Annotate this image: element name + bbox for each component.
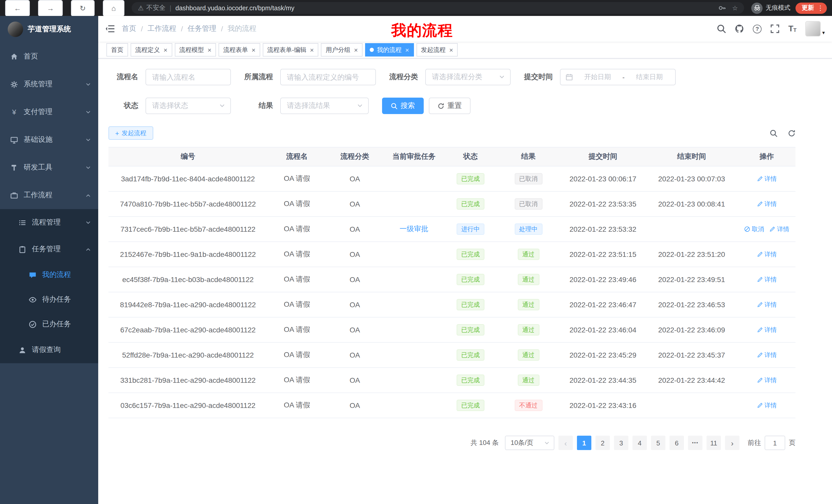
sidebar-item-infra[interactable]: 基础设施 [0,126,98,153]
prev-page-button[interactable]: ‹ [558,436,573,450]
tab-start-process[interactable]: 发起流程× [416,43,458,57]
browser-update-button[interactable]: 更新 ⋮ [796,2,827,13]
sidebar-item-done-tasks[interactable]: 已办任务 [0,312,98,337]
result-badge: 不通过 [515,400,542,411]
page-button[interactable]: 4 [632,436,647,450]
sidebar-item-home[interactable]: 首页 [0,43,98,71]
sidebar-item-system[interactable]: 系统管理 [0,71,98,98]
next-page-button[interactable]: › [725,436,739,450]
search-icon[interactable] [717,24,726,33]
detail-link[interactable]: 详情 [757,174,777,183]
close-icon[interactable]: × [252,47,255,53]
cancel-icon [744,226,750,232]
breadcrumb-workflow[interactable]: 工作流程 [148,24,176,33]
chevron-down-icon [544,440,550,446]
monitor-icon [10,136,18,144]
page-button[interactable]: 6 [670,436,684,450]
divider: | [170,4,172,11]
close-icon[interactable]: × [405,47,409,53]
sidebar-item-task-management[interactable]: 任务管理 [0,236,98,262]
cell-process-name: OA 请假 [267,242,327,267]
detail-link[interactable]: 详情 [757,326,777,334]
security-indicator[interactable]: ⚠ 不安全 [138,4,165,12]
bookmark-star-icon[interactable]: ☆ [732,4,738,12]
page-button[interactable]: 2 [595,436,610,450]
github-icon[interactable] [735,24,744,33]
result-select[interactable]: 请选择流结果 [280,97,369,114]
detail-link[interactable]: 详情 [757,200,777,208]
briefcase-icon [10,191,18,199]
more-pages-button[interactable]: ••• [688,436,702,450]
sidebar-item-my-process[interactable]: 我的流程 [0,262,98,287]
user-avatar[interactable]: ▾ [805,21,825,36]
page-button[interactable]: 11 [706,436,721,450]
search-button[interactable]: 搜索 [382,97,424,114]
sidebar-item-payment[interactable]: ¥ 支付管理 [0,98,98,126]
sidebar-item-workflow[interactable]: 工作流程 [0,181,98,209]
close-icon[interactable]: × [354,47,358,53]
table-row: 7317cec6-7b9b-11ec-b5b7-acde48001122 OA … [108,217,796,242]
password-key-icon[interactable] [718,4,726,12]
page-size-select[interactable]: 10条/页 [505,436,554,450]
incognito-badge: 无痕模式 [751,2,790,13]
tab-user-group[interactable]: 用户分组× [321,43,363,57]
browser-menu-icon[interactable]: ⋮ [817,4,824,12]
browser-back-button[interactable]: ← [5,0,30,16]
detail-link[interactable]: 详情 [757,275,777,284]
detail-link[interactable]: 详情 [757,376,777,385]
close-icon[interactable]: × [207,47,211,53]
result-badge: 通过 [518,249,539,260]
process-name-input[interactable] [146,69,231,85]
breadcrumb-home[interactable]: 首页 [122,24,136,33]
tab-process-model[interactable]: 流程模型× [175,43,216,57]
breadcrumb-task-management[interactable]: 任务管理 [188,24,216,33]
submit-time-range-picker[interactable]: 开始日期 - 结束日期 [560,69,676,85]
tab-my-process[interactable]: 我的流程× [365,43,414,57]
cell-category: OA [327,217,383,242]
page-unit-label: 页 [789,438,796,447]
font-size-icon[interactable]: TT [788,25,797,33]
start-process-button[interactable]: + 发起流程 [108,127,153,140]
address-bar[interactable]: ⚠ 不安全 | dashboard.yudao.iocoder.cn/bpm/t… [132,2,744,14]
current-task-link[interactable]: 一级审批 [399,225,428,234]
process-definition-input[interactable] [280,69,376,85]
page-button[interactable]: 1 [577,436,591,450]
detail-link[interactable]: 详情 [769,225,789,233]
sidebar-item-todo-tasks[interactable]: 待办任务 [0,287,98,312]
tab-process-definition[interactable]: 流程定义× [131,43,172,57]
cell-process-name: OA 请假 [267,166,327,191]
close-icon[interactable]: × [310,47,314,53]
filter-form-row-2: 状态 请选择状态 结果 请选择流结果 [108,97,796,114]
close-icon[interactable]: × [163,47,167,53]
reset-button[interactable]: 重置 [429,97,470,114]
category-select[interactable]: 请选择流程分类 [425,69,511,85]
tab-home[interactable]: 首页 [106,43,128,57]
goto-page-input[interactable] [765,436,785,450]
sidebar-item-devtools[interactable]: 研发工具 [0,153,98,181]
detail-link[interactable]: 详情 [757,401,777,410]
browser-home-button[interactable]: ⌂ [103,0,125,16]
sidebar-item-leave-query[interactable]: 请假查询 [0,337,98,363]
close-icon[interactable]: × [449,47,453,53]
logo-avatar [8,22,23,37]
cell-id: 67c2eaab-7b9a-11ec-a290-acde48001122 [108,317,267,342]
detail-link[interactable]: 详情 [757,250,777,259]
tab-process-form[interactable]: 流程表单× [218,43,260,57]
detail-link[interactable]: 详情 [757,300,777,309]
status-select[interactable]: 请选择状态 [146,97,231,114]
page-button[interactable]: 3 [614,436,628,450]
cell-category: OA [327,343,383,367]
sidebar-toggle-icon[interactable] [105,25,115,33]
detail-link[interactable]: 详情 [757,351,777,359]
app-logo[interactable]: 芋道管理系统 [0,16,98,43]
sidebar-item-process-management[interactable]: 流程管理 [0,209,98,236]
toggle-search-icon[interactable] [770,129,778,137]
browser-reload-button[interactable]: ↻ [71,0,94,16]
help-icon[interactable]: ? [753,24,761,33]
browser-forward-button[interactable]: → [38,0,63,16]
fullscreen-icon[interactable] [770,24,780,33]
refresh-table-icon[interactable] [788,129,796,137]
cancel-link[interactable]: 取消 [744,225,764,233]
page-button[interactable]: 5 [651,436,666,450]
tab-process-form-edit[interactable]: 流程表单-编辑× [263,43,318,57]
